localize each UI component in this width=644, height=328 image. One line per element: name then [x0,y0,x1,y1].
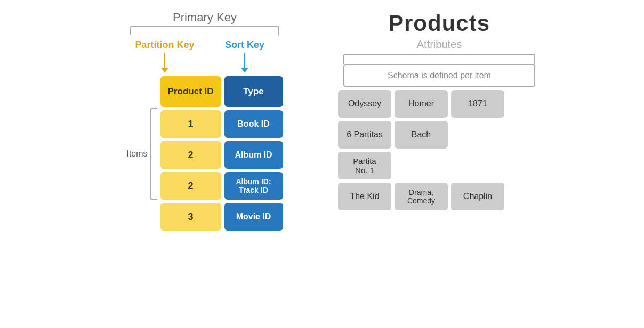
attr-row4-col2: Drama,Comedy [395,183,448,210]
primary-key-title: Primary Key [173,11,237,24]
row1-id: 1 [160,110,221,138]
attributes-label: Attributes [417,38,462,51]
attr-row2-col1: 6 Partitas [338,121,391,149]
schema-box: Schema is defined per item [343,64,535,87]
attr-row4-col1: The Kid [338,183,391,210]
items-label: Items [126,149,147,159]
attr-row3-col1: PartitaNo. 1 [338,152,391,179]
type-column: Type Book ID Album ID Album ID:Track ID … [224,76,283,231]
attr-row-1: Odyssey Homer 1871 [338,90,541,118]
row1-type: Book ID [224,110,283,138]
partition-key-label: Partition Key [133,39,197,51]
items-brace [150,108,157,200]
attr-row1-col1: Odyssey [338,90,391,118]
row4-type: Movie ID [224,203,283,231]
sort-key-label: Sort Key [213,39,277,51]
product-id-header: Product ID [160,76,221,107]
type-header: Type [224,76,283,107]
attributes-brace [343,54,535,64]
primary-key-brace [125,26,285,39]
row4-id: 3 [160,203,221,231]
products-title: Products [389,11,490,36]
attr-row-4: The Kid Drama,Comedy Chaplin [338,183,541,210]
row2-id: 2 [160,141,221,169]
row3-id: 2 [160,172,221,200]
attr-row1-col3: 1871 [451,90,504,118]
product-id-column: Product ID 1 2 2 3 [160,76,221,231]
attributes-rows: Odyssey Homer 1871 6 Partitas Bach Parti… [338,90,541,210]
sort-key-arrow [213,53,277,73]
attr-row2-col2: Bach [395,121,448,149]
partition-key-arrow [133,53,197,73]
attr-row1-col2: Homer [395,90,448,118]
row2-type: Album ID [224,141,283,169]
attr-row4-col3: Chaplin [451,183,504,210]
attr-row-3: PartitaNo. 1 [338,152,541,179]
row3-type: Album ID:Track ID [224,172,283,200]
attr-row-2: 6 Partitas Bach [338,121,541,149]
